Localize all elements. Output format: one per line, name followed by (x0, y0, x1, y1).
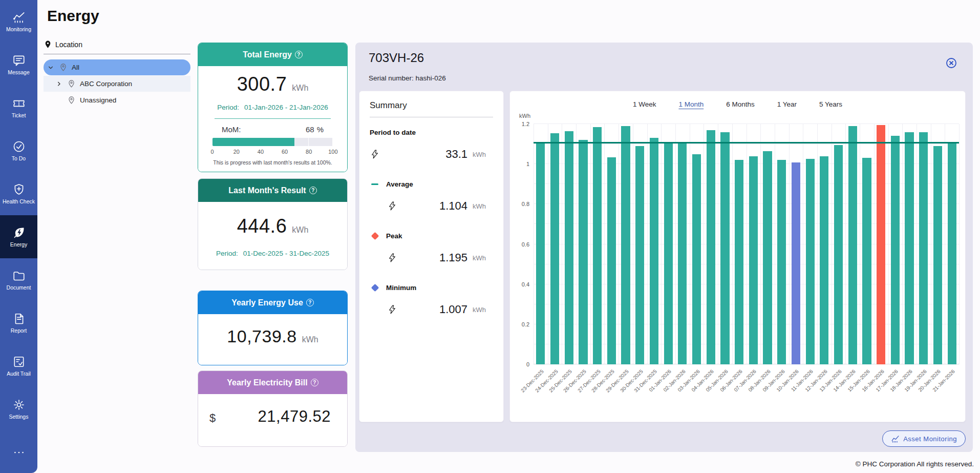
bar-01-Jan-2026[interactable] (664, 142, 673, 364)
close-icon[interactable] (945, 57, 957, 69)
energy-leaf-icon (12, 226, 26, 239)
stat-value-row: 1.195kWh (370, 251, 493, 264)
sidebar-item-ticket[interactable]: Ticket (0, 86, 37, 129)
bar-27-Dec-2025[interactable] (593, 127, 602, 364)
sidebar-more-button[interactable] (0, 442, 37, 463)
average-dash-marker (371, 183, 378, 185)
stat-label: Peak (386, 232, 402, 240)
sidebar-item-monitoring[interactable]: Monitoring (0, 0, 37, 43)
health-check-icon (12, 183, 26, 196)
help-icon[interactable]: ? (311, 379, 318, 386)
bar-18-Jan-2026[interactable] (905, 132, 913, 364)
bolt-icon (370, 149, 380, 159)
sidebar-item-document[interactable]: Document (0, 258, 37, 301)
mom-scale: 020406080100 (212, 149, 333, 156)
mom-progress-fill (212, 138, 294, 146)
chart-card: 1 Week1 Month6 Months1 Year5 Years 00.20… (509, 91, 966, 422)
bar-09-Jan-2026[interactable] (777, 160, 786, 364)
summary-stat-peak: Peak1.195kWh (370, 232, 493, 264)
bar-25-Dec-2025[interactable] (565, 131, 573, 364)
yearly-energy-unit: kWh (302, 335, 318, 344)
sidebar-item-energy[interactable]: Energy (0, 215, 37, 258)
bar-16-Jan-2026[interactable] (877, 125, 885, 364)
bar-26-Dec-2025[interactable] (579, 140, 587, 364)
gridline (718, 124, 718, 364)
gridline (534, 124, 534, 364)
bar-06-Jan-2026[interactable] (735, 160, 743, 364)
bar-31-Dec-2025[interactable] (650, 138, 658, 364)
y-tick-label: 0.6 (522, 241, 529, 248)
gridline (888, 124, 889, 364)
bar-28-Dec-2025[interactable] (607, 157, 616, 365)
summary-card: Summary Period to date 33.1 kWh Average1… (359, 91, 504, 422)
bar-10-Jan-2026[interactable] (792, 162, 800, 364)
total-energy-unit: kWh (292, 84, 308, 93)
total-energy-card: Total Energy ? 300.7 kWh Period: 01-Jan-… (198, 43, 348, 172)
summary-stats: Average1.104kWhPeak1.195kWhMinimum1.007k… (370, 180, 493, 316)
tab-1-month[interactable]: 1 Month (678, 100, 704, 108)
bar-08-Jan-2026[interactable] (763, 151, 772, 364)
tab-1-year[interactable]: 1 Year (777, 100, 797, 108)
bar-15-Jan-2026[interactable] (862, 158, 871, 364)
average-line (534, 142, 959, 143)
help-icon[interactable]: ? (295, 51, 303, 58)
asset-monitoring-label: Asset Monitoring (903, 435, 957, 443)
bar-04-Jan-2026[interactable] (707, 130, 715, 364)
bar-03-Jan-2026[interactable] (692, 154, 701, 364)
bar-29-Dec-2025[interactable] (621, 126, 630, 364)
mom-scale-tick: 0 (211, 149, 214, 155)
tab-1-week[interactable]: 1 Week (633, 100, 656, 108)
gridline (789, 124, 790, 364)
tab-5-years[interactable]: 5 Years (819, 100, 842, 108)
yearly-bill-card: Yearly Electricity Bill ? $ 21,479.52 (198, 371, 348, 447)
yearly-energy-card: Yearly Energy Use ? 10,739.8 kWh (198, 291, 348, 365)
bar-13-Jan-2026[interactable] (834, 145, 843, 364)
sidebar-item-audit-trail[interactable]: Audit Trail (0, 344, 37, 387)
bar-11-Jan-2026[interactable] (806, 159, 815, 364)
bar-30-Dec-2025[interactable] (635, 146, 644, 364)
bar-05-Jan-2026[interactable] (720, 132, 729, 364)
bar-17-Jan-2026[interactable] (891, 136, 900, 364)
bar-02-Jan-2026[interactable] (678, 142, 687, 364)
bar-07-Jan-2026[interactable] (749, 156, 758, 364)
bar-24-Dec-2025[interactable] (550, 133, 559, 364)
help-icon[interactable]: ? (309, 187, 317, 194)
sidebar-item-report[interactable]: Report (0, 301, 37, 344)
period-value: 01-Dec-2025 - 31-Dec-2025 (243, 250, 329, 257)
location-header: Location (44, 40, 190, 54)
mom-label: MoM: (222, 125, 241, 134)
stat-value-row: 1.007kWh (370, 303, 493, 316)
bar-23-Dec-2025[interactable] (536, 142, 545, 364)
bar-21-Jan-2026[interactable] (948, 143, 956, 364)
sidebar-item-todo[interactable]: To Do (0, 129, 37, 172)
yearly-bill-value: 21,479.52 (258, 407, 331, 426)
gridline (959, 124, 960, 364)
period-to-date-unit: kWh (473, 151, 493, 158)
bar-19-Jan-2026[interactable] (919, 132, 928, 364)
tree-item-unassigned[interactable]: Unassigned (44, 92, 190, 108)
tab-6-months[interactable]: 6 Months (726, 100, 755, 108)
stat-unit: kWh (473, 306, 493, 314)
bolt-icon (387, 253, 397, 263)
tree-item-all[interactable]: All (44, 59, 190, 75)
mom-scale-tick: 40 (258, 149, 264, 155)
asset-monitoring-button[interactable]: Asset Monitoring (882, 430, 966, 447)
chevron-down-icon[interactable] (47, 64, 55, 72)
tree-item-label: ABC Corporation (80, 80, 132, 88)
chevron-right-icon[interactable] (55, 80, 63, 88)
sidebar-item-health-check[interactable]: Health Check (0, 172, 37, 215)
bar-12-Jan-2026[interactable] (820, 156, 828, 364)
sidebar-item-settings[interactable]: Settings (0, 387, 37, 430)
peak-diamond-marker (371, 232, 379, 240)
gridline (747, 124, 747, 364)
period-label: Period: (216, 250, 238, 257)
bar-20-Jan-2026[interactable] (933, 146, 942, 364)
location-pin-icon (44, 40, 52, 49)
bar-14-Jan-2026[interactable] (848, 126, 857, 364)
sidebar-item-label: Report (11, 328, 27, 334)
tree-item-abc-corporation[interactable]: ABC Corporation (44, 76, 190, 92)
currency-symbol: $ (209, 412, 216, 425)
message-icon (12, 54, 26, 67)
help-icon[interactable]: ? (306, 299, 314, 306)
sidebar-item-message[interactable]: Message (0, 43, 37, 86)
